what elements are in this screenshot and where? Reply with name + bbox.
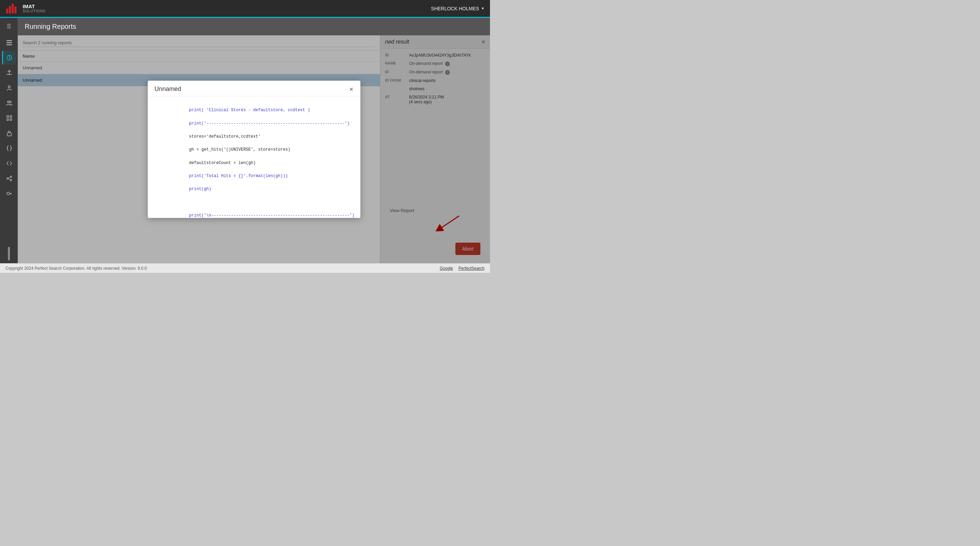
svg-rect-1 <box>9 6 11 13</box>
sidebar-item-braces[interactable] <box>2 141 16 155</box>
svg-rect-2 <box>12 4 14 13</box>
sidebar-item-grid[interactable] <box>2 111 16 125</box>
svg-rect-3 <box>14 6 16 13</box>
svg-rect-0 <box>6 9 8 13</box>
user-menu[interactable]: SHERLOCK HOLMES ▼ <box>431 6 485 11</box>
code-content: print( 'Clinical Stores - defaultstore, … <box>154 101 353 218</box>
sidebar-item-clock[interactable] <box>2 51 16 64</box>
sidebar-item-key[interactable] <box>2 187 16 200</box>
modal-title: Unnamed <box>154 85 181 93</box>
app-name-solutions: SOLUTIONS <box>22 9 46 13</box>
content-area: Running Reports Name Unnamed Unnamed ned <box>18 18 490 263</box>
svg-point-20 <box>7 192 10 195</box>
svg-rect-12 <box>7 116 9 117</box>
svg-rect-13 <box>10 116 12 117</box>
footer-link-google[interactable]: Google <box>440 266 453 271</box>
page-header: Running Reports <box>18 18 490 35</box>
username-label: SHERLOCK HOLMES <box>431 6 479 11</box>
svg-rect-6 <box>6 42 12 43</box>
svg-point-11 <box>10 101 11 103</box>
sidebar-item-list[interactable] <box>2 36 16 49</box>
app-name-imat: IMAT <box>22 4 46 10</box>
footer-link-perfectsearch[interactable]: PerfectSearch <box>458 266 485 271</box>
svg-rect-7 <box>6 44 12 45</box>
sidebar-item-share[interactable] <box>2 172 16 185</box>
sidebar-scrollbar <box>8 247 10 260</box>
page-title: Running Reports <box>25 22 76 30</box>
logo-area: IMAT IMAT SOLUTIONS <box>5 2 46 15</box>
footer: Copyright 2024 Perfect Search Corporatio… <box>0 263 490 273</box>
footer-copyright: Copyright 2024 Perfect Search Corporatio… <box>5 266 147 271</box>
top-bar: IMAT IMAT SOLUTIONS SHERLOCK HOLMES ▼ <box>0 0 490 18</box>
modal-body[interactable]: print( 'Clinical Stores - defaultstore, … <box>148 96 360 218</box>
sidebar <box>0 18 18 263</box>
svg-point-9 <box>8 86 10 88</box>
svg-point-10 <box>8 101 9 103</box>
svg-rect-16 <box>7 133 11 136</box>
footer-links: Google PerfectSearch <box>440 266 485 271</box>
modal-dialog: Unnamed × print( 'Clinical Stores - defa… <box>148 81 360 218</box>
modal-overlay: Unnamed × print( 'Clinical Stores - defa… <box>18 35 490 263</box>
svg-rect-15 <box>10 119 12 120</box>
sidebar-item-code[interactable] <box>2 156 16 170</box>
page-body: Name Unnamed Unnamed ned result × ID AvJ <box>18 35 490 263</box>
main-layout: Running Reports Name Unnamed Unnamed ned <box>0 18 490 263</box>
svg-rect-14 <box>7 119 9 120</box>
logo-icon: IMAT <box>5 2 20 15</box>
modal-close-button[interactable]: × <box>349 86 353 93</box>
svg-rect-5 <box>6 40 12 41</box>
sidebar-item-upload[interactable] <box>2 66 16 80</box>
user-chevron-icon: ▼ <box>481 6 485 10</box>
sidebar-item-lock[interactable] <box>2 126 16 140</box>
sidebar-item-people[interactable] <box>2 96 16 110</box>
modal-header: Unnamed × <box>148 81 360 96</box>
sidebar-toggle-button[interactable] <box>3 21 15 32</box>
sidebar-item-person[interactable] <box>2 81 16 95</box>
